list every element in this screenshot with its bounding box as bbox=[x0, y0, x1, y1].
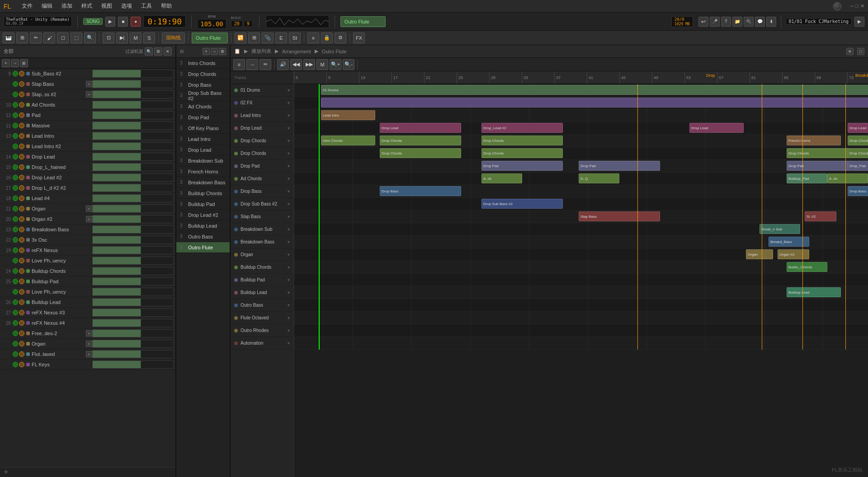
channel-row[interactable]: 11 Massive bbox=[0, 121, 175, 131]
ch-play-btn[interactable] bbox=[13, 71, 18, 76]
arrangement-clip[interactable]: Sl..#2 bbox=[805, 211, 836, 221]
track-clip-row[interactable] bbox=[294, 299, 868, 312]
arrangement-clip[interactable]: Buildup Lead bbox=[787, 287, 841, 297]
arr-next-btn[interactable]: ▶▶ bbox=[303, 59, 315, 70]
clip-btn[interactable]: 📎 bbox=[262, 33, 274, 43]
lock-btn[interactable]: 🔒 bbox=[321, 33, 333, 43]
mixer-label[interactable]: 混响线 bbox=[162, 33, 185, 43]
track-expand-btn[interactable]: ▼ bbox=[287, 101, 291, 105]
track-clip-row[interactable]: Intro ChordsDrop ChordsDrop ChordsFrench… bbox=[294, 135, 868, 147]
arrangement-clip[interactable]: Drop Chords bbox=[848, 136, 868, 145]
track-expand-btn[interactable]: ▼ bbox=[287, 240, 291, 244]
track-label-row[interactable]: Buildup Chords ▼ bbox=[231, 261, 293, 274]
track-label-row[interactable]: Breakdown Sub ▼ bbox=[231, 223, 293, 236]
solo-btn[interactable]: S bbox=[143, 33, 155, 43]
pattern-add-btn[interactable]: + bbox=[203, 48, 210, 55]
ch-play-btn[interactable] bbox=[13, 144, 18, 149]
arr-mute-all-btn[interactable]: M bbox=[316, 59, 328, 70]
arr-prev-btn[interactable]: ◀◀ bbox=[290, 59, 302, 70]
arr-max-btn[interactable]: □ bbox=[857, 48, 864, 55]
ch-play-btn[interactable] bbox=[13, 164, 18, 170]
download-btn[interactable]: ⬇ bbox=[766, 17, 776, 27]
arrangement-clip[interactable]: A..ds bbox=[481, 173, 522, 183]
track-clip-row[interactable]: A..dsD..QBuildup_PadA..ds bbox=[294, 173, 868, 185]
loop-btn[interactable]: 🔁 bbox=[235, 33, 246, 43]
ch-mute-btn[interactable] bbox=[19, 81, 24, 87]
play-button[interactable]: ▶ bbox=[105, 17, 115, 27]
arrangement-clip[interactable]: D..Q bbox=[579, 173, 619, 183]
channel-row[interactable]: 16 Drop Lead #2 bbox=[0, 173, 175, 183]
ch-play-btn[interactable] bbox=[13, 299, 18, 305]
track-expand-btn[interactable]: ▼ bbox=[287, 139, 291, 143]
master-volume-knob[interactable] bbox=[833, 2, 841, 10]
track-clips-area[interactable]: 01 DrumsLead IntroDrop LeadDrop_Lead #2D… bbox=[294, 84, 868, 477]
arr-zoom-out-btn[interactable]: 🔍- bbox=[343, 59, 354, 70]
ch-add-btn[interactable]: + bbox=[2, 59, 10, 67]
ch-mute-btn[interactable] bbox=[19, 341, 24, 346]
track-expand-btn[interactable]: ▼ bbox=[287, 290, 291, 295]
channel-row[interactable]: 18 Lead #4 bbox=[0, 193, 175, 204]
menu-edit[interactable]: 编辑 bbox=[40, 1, 54, 11]
pattern-list-item[interactable]: 3 Outro Bass bbox=[176, 231, 230, 242]
ch-mute-btn[interactable] bbox=[19, 102, 24, 108]
stutter-btn[interactable]: St bbox=[289, 33, 301, 43]
event-btn[interactable]: E bbox=[275, 33, 287, 43]
pattern-list-item[interactable]: 3 Buildup Chords bbox=[176, 188, 230, 199]
ch-play-btn[interactable] bbox=[13, 154, 18, 159]
ch-add-pattern-btn[interactable]: + bbox=[86, 341, 92, 347]
pattern-list-item[interactable]: 3 Drop Bass bbox=[176, 80, 230, 90]
track-clip-row[interactable]: 01 Drums bbox=[294, 84, 868, 97]
ch-play-btn[interactable] bbox=[13, 227, 18, 232]
browser-btn[interactable]: 📁 bbox=[732, 17, 742, 27]
track-clip-row[interactable]: Drop BassDrop Bass bbox=[294, 185, 868, 198]
pattern-list-item[interactable]: 3 Ad Chords bbox=[176, 101, 230, 112]
channel-row[interactable]: 15 Drop_L_hained bbox=[0, 162, 175, 173]
menu-view[interactable]: 视图 bbox=[99, 1, 114, 11]
ch-mute-btn[interactable] bbox=[19, 310, 24, 315]
track-label-row[interactable]: Buildup Pad ▼ bbox=[231, 274, 293, 286]
ch-mute-btn[interactable] bbox=[19, 92, 24, 97]
track-clip-row[interactable]: Slap BassSl..#2 bbox=[294, 210, 868, 223]
stop-button[interactable]: ■ bbox=[118, 17, 128, 27]
pattern-settings-btn[interactable]: ⚙ bbox=[219, 48, 226, 55]
track-clip-row[interactable]: Breakd_Bass bbox=[294, 236, 868, 248]
pattern-list-item[interactable]: 3 Drop Chords bbox=[176, 69, 230, 80]
draw-tool[interactable]: ✏ bbox=[30, 33, 42, 43]
channel-row[interactable]: Slap..ss #2 + bbox=[0, 89, 175, 100]
channel-row[interactable]: 25 Buildup Pad bbox=[0, 276, 175, 287]
zoom-tool[interactable]: 🔍 bbox=[84, 33, 96, 43]
ch-mute-btn[interactable] bbox=[19, 164, 24, 170]
ch-mute-btn[interactable] bbox=[19, 258, 24, 263]
channel-row[interactable]: Love Ph..uency bbox=[0, 256, 175, 266]
ch-mute-btn[interactable] bbox=[19, 268, 24, 274]
arr-list-btn[interactable]: ≡ bbox=[233, 59, 245, 70]
ch-mute-btn[interactable] bbox=[19, 248, 24, 253]
arrangement-clip[interactable]: Buildup_Pad bbox=[787, 173, 827, 183]
breadcrumb-arrangement[interactable]: Arrangement bbox=[282, 49, 311, 54]
arrangement-clip[interactable]: Drop Lead bbox=[848, 123, 868, 133]
ch-play-btn[interactable] bbox=[13, 341, 18, 346]
arrangement-clip[interactable]: Breakd_Bass bbox=[769, 237, 809, 247]
channel-row[interactable]: 13 Lead Intro bbox=[0, 131, 175, 141]
minimize-btn[interactable]: ─ bbox=[850, 3, 854, 9]
track-label-row[interactable]: 02 FX ▼ bbox=[231, 97, 293, 109]
ch-add-pattern-btn[interactable]: + bbox=[86, 206, 92, 212]
ch-mute-btn[interactable] bbox=[19, 351, 24, 357]
breadcrumb-pattern[interactable]: Outro Flute bbox=[322, 49, 347, 54]
menu-help[interactable]: 帮助 bbox=[159, 1, 174, 11]
arrangement-clip[interactable]: Drop Chords bbox=[848, 148, 868, 158]
channel-row[interactable]: Flut..taved + bbox=[0, 349, 175, 360]
track-expand-btn[interactable]: ▼ bbox=[287, 253, 291, 257]
mute-btn[interactable]: M bbox=[130, 33, 142, 43]
ch-arrow-btn[interactable]: → bbox=[11, 59, 19, 67]
arr-close-btn[interactable]: ✕ bbox=[846, 48, 854, 55]
pattern-list-item[interactable]: 3 Lead Intro bbox=[176, 134, 230, 145]
bpm-display[interactable]: 105.00 bbox=[197, 19, 226, 29]
channel-row[interactable]: Organ + bbox=[0, 339, 175, 349]
chat-btn[interactable]: 💬 bbox=[755, 17, 765, 27]
collapse-btn[interactable]: ≡ bbox=[307, 33, 319, 43]
ch-play-btn[interactable] bbox=[13, 81, 18, 87]
track-label-row[interactable]: Drop Pad ▼ bbox=[231, 160, 293, 173]
track-expand-btn[interactable]: ▼ bbox=[287, 88, 291, 93]
track-label-row[interactable]: Outro Bass ▼ bbox=[231, 299, 293, 312]
